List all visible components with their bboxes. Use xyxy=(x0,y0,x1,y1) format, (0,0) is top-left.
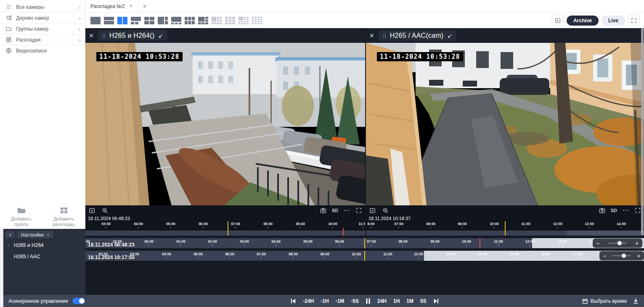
zoom-slider[interactable] xyxy=(608,243,627,244)
sidebar-item-camera-groups[interactable]: Группы камер› xyxy=(0,24,85,34)
player-1: ✕ H265 и H264() ↙ xyxy=(85,28,365,236)
playback-controls: -24H-1H-1M-5S 24H1H1M5S xyxy=(85,295,644,307)
more-options-icon[interactable]: ··· xyxy=(623,209,629,212)
jump-5s-button[interactable]: 5S xyxy=(420,298,427,304)
stage-scrollbar[interactable] xyxy=(641,28,644,235)
panel-camera-2[interactable]: H265 / AAC xyxy=(3,254,85,260)
player-2-playhead[interactable] xyxy=(505,221,506,236)
layout-2x2-button[interactable] xyxy=(144,17,154,24)
zoom-slider[interactable] xyxy=(612,255,631,256)
sidebar-item-camera-tree[interactable]: Дерево камер› xyxy=(0,13,85,24)
player-2-minimize-icon[interactable]: ↙ xyxy=(447,32,452,39)
select-time-button[interactable]: Выбрать время xyxy=(582,298,627,304)
player-1-title-chip[interactable]: H265 и H264() ↙ xyxy=(98,30,167,41)
skip-to-end-button[interactable] xyxy=(433,298,439,304)
master-timeline-2[interactable]: 02:0003:0004:0005:0006:0007:0008:0009:00… xyxy=(85,251,644,261)
zoom-out-button[interactable]: − xyxy=(603,253,607,259)
layout-2-rows-button[interactable] xyxy=(104,17,114,24)
live-button[interactable]: Live xyxy=(602,16,625,26)
layout-1-plus-2-button[interactable] xyxy=(131,17,141,24)
player-1-archive-band[interactable] xyxy=(85,231,365,236)
zoom-in-icon[interactable] xyxy=(102,207,108,214)
jump--24h-button[interactable]: -24H xyxy=(303,298,314,304)
more-options-icon[interactable]: ··· xyxy=(344,209,350,212)
player-1-minimize-icon[interactable]: ↙ xyxy=(158,32,163,39)
quality-badge[interactable]: SD xyxy=(332,208,338,213)
layout-big-left-button[interactable] xyxy=(158,17,168,24)
layout-big-plus-5-button[interactable] xyxy=(198,17,208,24)
tick-11:00: 11:00 xyxy=(383,252,392,259)
layout-1-button[interactable] xyxy=(90,17,101,24)
master-1-playhead[interactable] xyxy=(364,238,365,248)
player-1-video[interactable]: 11-18-2024 10:53:28 xyxy=(85,43,365,205)
download-icon[interactable] xyxy=(633,298,639,304)
player-2-video[interactable]: 11-18-2024 10:53:28 xyxy=(366,43,644,205)
player-fullscreen-icon[interactable] xyxy=(635,207,641,213)
layout-3x3-button[interactable] xyxy=(225,17,235,24)
player-1-playhead[interactable] xyxy=(228,221,228,236)
player-2-title-chip[interactable]: H265 / AAC(cam) ↙ xyxy=(379,30,456,41)
skip-to-start-button[interactable] xyxy=(290,298,296,304)
zoom-slider-knob[interactable] xyxy=(622,254,626,258)
zoom-slider-knob[interactable] xyxy=(617,241,622,245)
master-timeline-1[interactable]: 0023:0000:0001:0002:0003:0004:0005:0006:… xyxy=(85,238,644,248)
pip-icon[interactable] xyxy=(89,207,95,214)
pause-button[interactable] xyxy=(366,298,371,304)
player-1-ticks[interactable]: 03:0004:0005:0006:0007:0008:0009:0010:00… xyxy=(85,221,365,231)
jump--1h-button[interactable]: -1H xyxy=(321,298,329,304)
layout-big-plus-7-button[interactable] xyxy=(212,17,222,24)
layout-big-plus-11-button[interactable] xyxy=(239,17,249,24)
master-2-playhead[interactable] xyxy=(364,251,365,261)
tick-10:00: 10:00 xyxy=(462,239,471,246)
pip-icon[interactable] xyxy=(369,207,376,214)
jump--1m-button[interactable]: -1M xyxy=(336,298,345,304)
panel-camera-1[interactable]: › H265 и H264 xyxy=(3,242,85,248)
expand-chevron-icon: › xyxy=(8,242,10,248)
snapshot-icon[interactable] xyxy=(599,207,605,213)
player-fullscreen-icon[interactable] xyxy=(356,207,362,213)
tick-09:00: 09:00 xyxy=(296,222,305,228)
pause-icon xyxy=(366,298,371,304)
popout-button[interactable] xyxy=(552,15,564,26)
add-layout-button[interactable]: Добавить раскладку xyxy=(45,207,83,227)
zoom-in-button[interactable]: + xyxy=(637,253,640,259)
camera-tree-icon xyxy=(5,15,12,21)
tick-09:00: 09:00 xyxy=(320,252,329,259)
no-archive-region xyxy=(567,231,644,236)
jump-1m-button[interactable]: 1M xyxy=(406,298,413,304)
jump--5s-button[interactable]: -5S xyxy=(351,298,359,304)
courtyard-scene xyxy=(366,43,644,205)
quality-badge[interactable]: SD xyxy=(611,208,617,213)
new-tab-button[interactable]: + xyxy=(138,0,151,12)
layout-4x4-button[interactable] xyxy=(252,17,262,24)
zoom-out-button[interactable]: − xyxy=(596,241,600,246)
jump-24h-button[interactable]: 24H xyxy=(377,298,387,304)
sidebar-item-all-cameras[interactable]: Все камеры› xyxy=(0,2,85,13)
timeline-camera-panel: ∨ Настройки ∨ › H265 и H264 H265 / AAC xyxy=(3,229,85,295)
jump-1h-button[interactable]: 1H xyxy=(393,298,400,304)
player-1-close-icon[interactable]: ✕ xyxy=(89,32,94,39)
fullscreen-button[interactable] xyxy=(628,15,640,26)
collapse-panel-button[interactable]: ∨ xyxy=(5,231,15,238)
tick-05:00: 05:00 xyxy=(303,239,313,246)
archive-button[interactable]: Archive xyxy=(567,16,599,26)
layout-1-plus-3-button[interactable] xyxy=(171,17,181,24)
layout-3x2-button[interactable] xyxy=(185,17,195,24)
sidebar-item-layouts[interactable]: Раскладки› xyxy=(0,34,85,45)
tick-10:00: 10:00 xyxy=(352,252,361,259)
settings-dropdown[interactable]: Настройки ∨ xyxy=(17,231,53,238)
zoom-in-icon[interactable] xyxy=(382,207,389,214)
async-control-toggle[interactable] xyxy=(72,298,85,304)
player-2: ✕ H265 / AAC(cam) ↙ xyxy=(366,28,644,236)
layout-3x3-icon xyxy=(225,17,235,24)
sidebar-item-recordings[interactable]: Видеозаписи xyxy=(0,45,85,56)
master-1-datetime: 18.11.2024 06:48:23 xyxy=(88,242,135,248)
layout-2-cols-button[interactable] xyxy=(117,17,127,24)
zoom-in-button[interactable]: + xyxy=(635,241,639,246)
add-group-button[interactable]: Добавить группу xyxy=(2,207,41,227)
tab-layout-2[interactable]: Раскладка №2 ✕ xyxy=(85,0,138,12)
player-2-close-icon[interactable]: ✕ xyxy=(369,32,374,39)
snapshot-icon[interactable] xyxy=(320,207,326,213)
tick-10:00: 10:00 xyxy=(328,222,337,228)
tab-close-icon[interactable]: ✕ xyxy=(129,3,133,9)
